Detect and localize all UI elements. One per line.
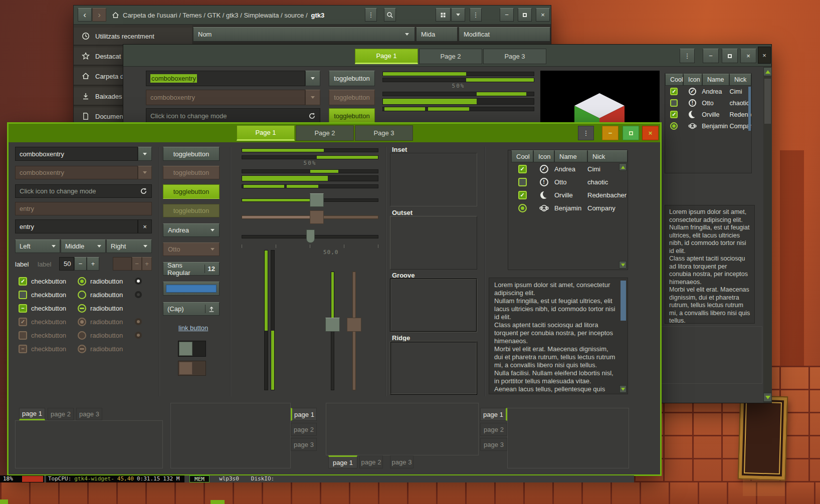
breadcrumb-path[interactable]: Carpeta de l'usuari / Temes / GTK / gtk3… — [123, 12, 308, 19]
scale-handle[interactable] — [310, 193, 324, 207]
combobox-middle[interactable]: Middle — [61, 239, 106, 253]
color-button[interactable] — [163, 282, 220, 296]
breadcrumb-current[interactable]: gtk3 — [311, 12, 325, 19]
file-chooser-button[interactable]: (Cap) — [163, 302, 220, 316]
tab-page2[interactable]: Page 2 — [296, 125, 354, 141]
scroll-up-button[interactable] — [763, 67, 772, 76]
comboboxentry-input[interactable]: comboboxentry — [15, 147, 138, 161]
cool-checkbox[interactable]: ✓ — [670, 88, 678, 95]
scroll-down-button[interactable] — [620, 385, 627, 393]
cool-radio[interactable] — [670, 122, 678, 130]
notebook4-tab-page1[interactable]: page 1 — [480, 408, 507, 421]
scale-handle-small[interactable] — [306, 229, 315, 243]
refresh-icon[interactable] — [308, 112, 316, 120]
radiobutton-mixed[interactable] — [78, 304, 86, 313]
scroll-down-button[interactable] — [619, 261, 627, 269]
column-header-name[interactable]: Name — [554, 150, 587, 162]
scrollbar-thumb[interactable] — [748, 87, 751, 131]
spin-plus-button[interactable]: + — [87, 257, 99, 271]
cool-radio[interactable] — [518, 204, 527, 212]
notebook4-tab-page2[interactable]: page 2 — [480, 423, 507, 436]
close-button[interactable]: × — [536, 8, 550, 22]
entry[interactable]: entry — [15, 219, 138, 233]
table-row[interactable]: Benjamin Company — [665, 120, 751, 132]
entry-clear-button[interactable]: × — [138, 219, 152, 233]
vertical-scale-handle[interactable] — [325, 318, 340, 332]
tab-page3[interactable]: Page 3 — [483, 49, 546, 64]
scrollbar-thumb[interactable] — [621, 281, 626, 321]
switch-off[interactable] — [178, 341, 206, 357]
menu-button[interactable]: ⋮ — [680, 49, 695, 63]
tab-page3[interactable]: Page 3 — [355, 125, 413, 141]
column-header-name[interactable]: Nom — [193, 27, 415, 42]
close-button[interactable]: × — [642, 126, 659, 140]
link-button[interactable]: link button — [178, 324, 208, 332]
tab-page2[interactable]: Page 2 — [419, 49, 482, 64]
table-row[interactable]: ✓ ✓ Andrea Cimi — [665, 86, 751, 97]
cool-checkbox[interactable] — [518, 178, 527, 186]
textview-front[interactable]: Lorem ipsum dolor sit amet, consectetur … — [489, 278, 628, 394]
radiobutton-unselected[interactable] — [78, 291, 86, 299]
column-header-icon[interactable]: Icon — [533, 150, 554, 162]
notebook3-tab-page1[interactable]: page 1 — [328, 455, 357, 468]
table-row[interactable]: ✓ Orville Redenbacher — [508, 188, 628, 201]
column-header-nick[interactable]: Nick — [587, 150, 628, 162]
togglebutton-active[interactable]: togglebutton — [163, 184, 220, 199]
scroll-up-button[interactable] — [619, 163, 627, 171]
search-button[interactable] — [384, 8, 396, 22]
column-header-modified[interactable]: Modificat — [459, 27, 550, 42]
checkbutton-mixed[interactable]: − — [19, 304, 27, 313]
table-row[interactable]: ! Otto chaotic — [665, 97, 751, 109]
togglebutton[interactable]: togglebutton — [163, 147, 220, 161]
font-button[interactable]: Sans Regular12 — [163, 262, 220, 276]
comboboxentry-dropdown-button[interactable] — [138, 147, 152, 161]
view-grid-button[interactable] — [436, 8, 451, 22]
column-header-size[interactable]: Mida — [416, 27, 458, 42]
maximize-button[interactable] — [722, 49, 738, 63]
mode-entry[interactable]: Click icon to change mode — [146, 108, 320, 124]
background-window-close-button[interactable]: × — [758, 47, 771, 64]
notebook1-tab-page2[interactable]: page 2 — [48, 408, 74, 420]
minimize-button[interactable]: − — [500, 8, 514, 22]
comboboxentry-dropdown-button[interactable] — [305, 71, 320, 86]
notebook2-tab-page3[interactable]: page 3 — [291, 438, 317, 451]
notebook3-tab-page2[interactable]: page 2 — [359, 455, 383, 468]
column-header-name[interactable]: Name — [702, 74, 729, 86]
close-button[interactable]: × — [740, 49, 756, 63]
notebook1-tab-page1[interactable]: page 1 — [19, 408, 45, 420]
combobox-right[interactable]: Right — [106, 239, 152, 253]
togglebutton-active[interactable]: togglebutton — [329, 108, 375, 124]
notebook2-tab-page1[interactable]: page 1 — [291, 408, 317, 421]
cool-checkbox[interactable]: ✓ — [670, 111, 678, 118]
comboboxentry-input[interactable]: comboboxentry — [146, 71, 305, 86]
mode-entry[interactable]: Click icon to change mode — [15, 184, 152, 198]
column-header-cool[interactable]: Cool — [511, 150, 533, 162]
checkbutton-unchecked[interactable] — [19, 291, 27, 299]
radiobutton-selected[interactable] — [78, 277, 86, 286]
column-header-cool[interactable]: Cool — [665, 74, 683, 86]
notebook3-tab-page3[interactable]: page 3 — [390, 455, 414, 468]
sidebar-item-recent[interactable]: Utilitzats recentment — [74, 28, 192, 46]
scrollbar-thumb[interactable] — [764, 79, 771, 124]
back-button[interactable]: ‹ — [78, 8, 92, 22]
scroll-down-button[interactable] — [763, 393, 772, 402]
minimize-button[interactable]: − — [602, 126, 619, 140]
table-row[interactable]: ✓ Orville Redenbacher — [665, 109, 751, 120]
combobox-left[interactable]: Left — [15, 239, 60, 253]
spinbutton-value[interactable]: 50 — [59, 257, 74, 271]
spin-minus-button[interactable]: − — [74, 257, 87, 271]
checkbutton-checked[interactable]: ✓ — [19, 277, 27, 286]
small-radio-off[interactable] — [135, 291, 142, 298]
column-header-icon[interactable]: Icon — [683, 74, 702, 86]
hamburger-menu-button[interactable]: ⋮ — [470, 8, 482, 22]
minimize-button[interactable]: − — [703, 49, 719, 63]
table-row[interactable]: ! Otto chaotic — [508, 175, 628, 188]
table-row[interactable]: Benjamin Company — [508, 201, 628, 214]
menu-button[interactable]: ⋮ — [365, 8, 377, 22]
refresh-icon[interactable] — [140, 187, 147, 195]
forward-button[interactable]: › — [92, 8, 106, 22]
cool-checkbox[interactable]: ✓ — [518, 165, 527, 173]
breadcrumb[interactable]: Carpeta de l'usuari / Temes / GTK / gtk3… — [112, 6, 324, 25]
menu-button[interactable]: ⋮ — [578, 126, 594, 140]
column-header-nick[interactable]: Nick — [729, 74, 751, 86]
